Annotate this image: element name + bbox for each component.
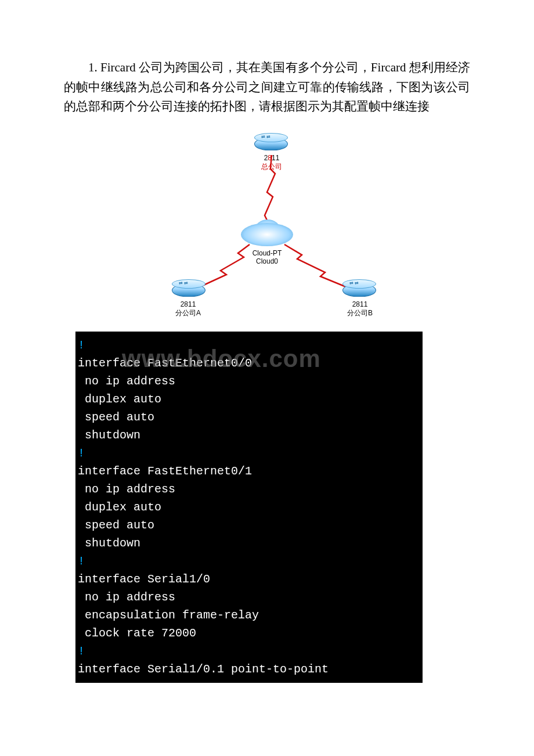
cli-line: shutdown xyxy=(78,426,420,444)
cli-line: interface Serial1/0.1 point-to-point xyxy=(78,660,420,678)
cli-line: encapsulation frame-relay xyxy=(78,606,420,624)
cli-lines: !interface FastEthernet0/0 no ip address… xyxy=(78,336,420,678)
cli-line: speed auto xyxy=(78,516,420,534)
cli-line: ! xyxy=(78,336,420,354)
top-router-label: 2811 总公司 xyxy=(248,154,295,172)
cloud-label: Cloud-PT Cloud0 xyxy=(244,249,290,265)
router-icon: ⇄ ⇄ xyxy=(342,279,375,300)
right-router-label: 2811 分公司B xyxy=(337,300,383,318)
cli-line: shutdown xyxy=(78,534,420,552)
cloud-icon xyxy=(241,218,293,247)
cli-line: speed auto xyxy=(78,408,420,426)
cli-line: no ip address xyxy=(78,372,420,390)
cli-line: duplex auto xyxy=(78,390,420,408)
router-icon: ⇄ ⇄ xyxy=(172,279,204,300)
cli-line: ! xyxy=(78,444,420,462)
cli-line: ! xyxy=(78,552,420,570)
cli-output: www.bdocx.com !interface FastEthernet0/0… xyxy=(75,332,423,683)
cli-line: no ip address xyxy=(78,480,420,498)
cli-line: interface FastEthernet0/1 xyxy=(78,462,420,480)
document-page: 1. Fircard 公司为跨国公司，其在美国有多个分公司，Fircard 想利… xyxy=(0,0,534,718)
top-router-name: 总公司 xyxy=(261,163,282,171)
cli-line: clock rate 72000 xyxy=(78,624,420,642)
left-router-label: 2811 分公司A xyxy=(165,300,211,318)
cli-line: interface FastEthernet0/0 xyxy=(78,354,420,372)
question-text: 1. Fircard 公司为跨国公司，其在美国有多个分公司，Fircard 想利… xyxy=(64,58,470,117)
cli-line: duplex auto xyxy=(78,498,420,516)
topology-diagram: ⇄ ⇄ 2811 总公司 Cloud-PT Cloud0 ⇄ ⇄ 2811 分公… xyxy=(151,128,383,326)
router-icon: ⇄ ⇄ xyxy=(254,133,287,154)
cli-line: ! xyxy=(78,642,420,660)
cli-line: interface Serial1/0 xyxy=(78,570,420,588)
cli-line: no ip address xyxy=(78,588,420,606)
